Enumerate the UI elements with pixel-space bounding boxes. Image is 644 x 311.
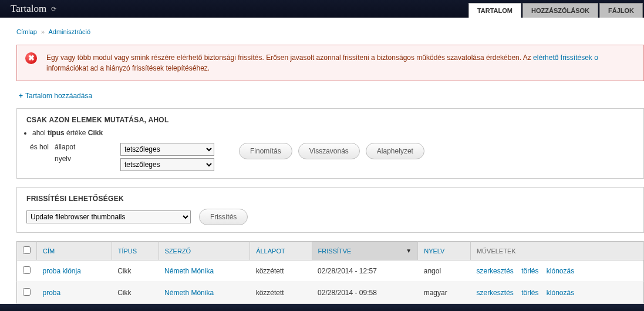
circle-icon: ⟳: [51, 5, 56, 13]
content-author-link[interactable]: Németh Mónika: [164, 289, 214, 297]
content-lang-cell: magyar: [418, 282, 471, 304]
primary-tabs: TARTALOM HOZZÁSZÓLÁSOK FÁJLOK: [468, 0, 644, 18]
filter-condition: ahol típus értéke Cikk: [32, 129, 634, 137]
delete-link[interactable]: törlés: [521, 267, 538, 275]
footer-bar: [0, 304, 644, 311]
edit-link[interactable]: szerkesztés: [476, 267, 513, 275]
breadcrumb: Címlap » Adminisztráció: [16, 28, 644, 35]
content-lang-cell: angol: [418, 260, 471, 282]
filter-panel: CSAK AZON ELEMEK MUTATÁSA, AHOL ahol típ…: [16, 108, 644, 179]
content-title-link[interactable]: proba klónja: [43, 267, 81, 275]
alert-text-after: információkat ad a hiányzó frissítések t…: [46, 64, 210, 72]
content-table: CÍM TÍPUS SZERZŐ ÁLLAPOT FRISSÍTVE▼ NYEL…: [16, 241, 644, 304]
topbar: Tartalom ⟳ TARTALOM HOZZÁSZÓLÁSOK FÁJLOK: [0, 0, 644, 18]
plus-icon: +: [19, 92, 23, 100]
col-header-lang[interactable]: NYELV: [418, 242, 471, 260]
update-panel: FRISSÍTÉSI LEHETŐSÉGEK Update filebrowse…: [16, 187, 644, 233]
update-button[interactable]: Frissítés: [199, 209, 248, 225]
alert-text: Egy vagy több modul vagy smink részére e…: [46, 53, 533, 62]
error-icon: ✖: [25, 52, 37, 64]
tab-fajlok[interactable]: FÁJLOK: [599, 3, 643, 18]
clone-link[interactable]: klónozás: [547, 267, 574, 275]
filter-status-select[interactable]: tetszőleges: [120, 143, 214, 156]
col-header-type[interactable]: TÍPUS: [112, 242, 159, 260]
tab-tartalom[interactable]: TARTALOM: [468, 3, 521, 18]
filter-andwhere-label: és hol: [26, 143, 49, 151]
tab-hozzaszolasok[interactable]: HOZZÁSZÓLÁSOK: [522, 3, 598, 18]
content-type-cell: Cikk: [112, 282, 159, 304]
security-alert: ✖ Egy vagy több modul vagy smink részére…: [16, 45, 644, 81]
filter-lang-select[interactable]: tetszőleges: [120, 158, 214, 171]
col-header-checkbox: [17, 242, 37, 260]
update-operation-select[interactable]: Update filebrowser thumbnails: [26, 210, 191, 223]
content-status-cell: közzétett: [250, 282, 312, 304]
content-status-cell: közzétett: [250, 260, 312, 282]
edit-link[interactable]: szerkesztés: [476, 289, 513, 297]
alert-updates-link[interactable]: elérhető frissítések o: [533, 53, 598, 62]
add-content-link[interactable]: Tartalom hozzáadása: [25, 92, 92, 100]
content-author-link[interactable]: Németh Mónika: [164, 267, 214, 275]
col-header-status[interactable]: ÁLLAPOT: [250, 242, 312, 260]
content-type-cell: Cikk: [112, 260, 159, 282]
undo-button[interactable]: Visszavonás: [298, 143, 360, 159]
col-header-updated[interactable]: FRISSÍTVE▼: [312, 242, 418, 260]
filter-lang-label: nyelv: [55, 155, 113, 163]
col-header-title[interactable]: CÍM: [37, 242, 112, 260]
row-checkbox[interactable]: [23, 266, 31, 274]
filter-panel-title: CSAK AZON ELEMEK MUTATÁSA, AHOL: [26, 116, 634, 124]
col-header-author[interactable]: SZERZŐ: [159, 242, 250, 260]
content-title-link[interactable]: proba: [43, 289, 61, 297]
breadcrumb-current[interactable]: Adminisztráció: [48, 28, 90, 35]
update-panel-title: FRISSÍTÉSI LEHETŐSÉGEK: [26, 195, 634, 203]
select-all-checkbox[interactable]: [23, 246, 31, 254]
table-row: proba klónja Cikk Németh Mónika közzétet…: [17, 260, 644, 282]
filter-status-label: állapot: [55, 143, 113, 151]
content-updated-cell: 02/28/2014 - 12:57: [312, 260, 418, 282]
page-title: Tartalom ⟳: [0, 0, 67, 18]
clone-link[interactable]: klónozás: [547, 289, 574, 297]
reset-button[interactable]: Alaphelyzet: [366, 143, 424, 159]
col-header-ops: MŰVELETEK: [470, 242, 643, 260]
breadcrumb-home[interactable]: Címlap: [16, 28, 37, 35]
sort-desc-icon: ▼: [406, 248, 412, 254]
content-updated-cell: 02/28/2014 - 09:58: [312, 282, 418, 304]
row-checkbox[interactable]: [23, 288, 31, 296]
refine-button[interactable]: Finomítás: [239, 143, 292, 159]
table-row: proba Cikk Németh Mónika közzétett 02/28…: [17, 282, 644, 304]
delete-link[interactable]: törlés: [521, 289, 538, 297]
